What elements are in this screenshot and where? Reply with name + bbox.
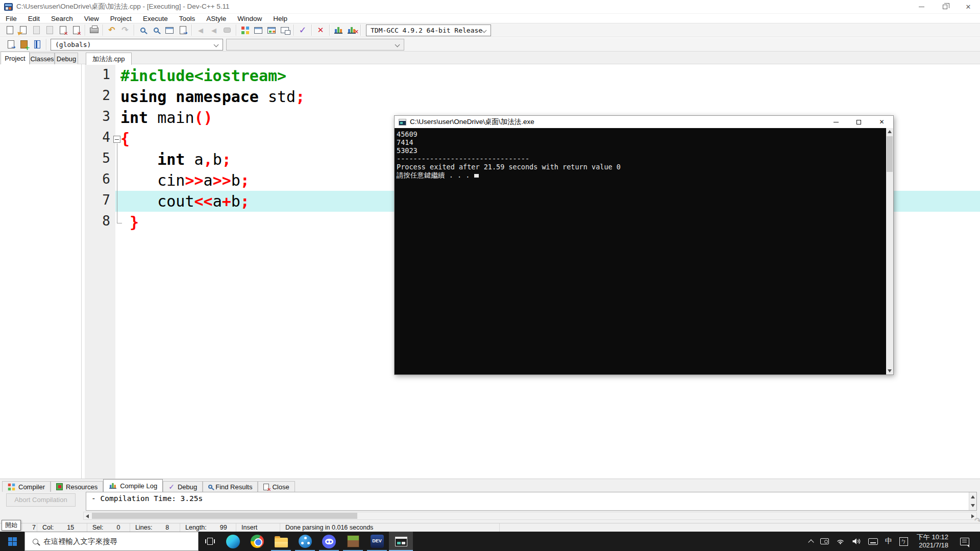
tray-expand-button[interactable]: [805, 532, 817, 551]
menu-item-project[interactable]: Project: [105, 15, 137, 22]
tray-ime-mode[interactable]: 中: [881, 532, 896, 551]
menu-item-file[interactable]: File: [0, 15, 22, 22]
compiler-profile-select[interactable]: TDM-GCC 4.9.2 64-bit Release: [366, 24, 491, 36]
taskbar-app-minecraft[interactable]: [341, 532, 365, 551]
abort-compilation-button[interactable]: Abort Compilation: [6, 493, 76, 507]
taskbar-app-blue-sphere[interactable]: [293, 532, 317, 551]
log-vertical-scrollbar[interactable]: [969, 492, 976, 510]
log-horizontal-scrollbar[interactable]: [83, 512, 977, 520]
goto-line-button[interactable]: [176, 23, 189, 37]
window-button[interactable]: [252, 23, 265, 37]
program-reset-button[interactable]: [220, 23, 234, 37]
minimize-button[interactable]: [910, 0, 933, 13]
menu-item-astyle[interactable]: AStyle: [201, 15, 232, 22]
stop-execution-button[interactable]: [314, 23, 327, 37]
code-line[interactable]: using namespace std;: [115, 86, 980, 107]
replace-button[interactable]: [163, 23, 176, 37]
taskbar-app-edge[interactable]: [221, 532, 245, 551]
console-titlebar[interactable]: C:\Users\user\OneDrive\桌面\加法法.exe ✕: [395, 116, 893, 128]
scroll-down-icon[interactable]: [971, 504, 975, 507]
console-minimize-button[interactable]: [824, 116, 847, 128]
save-button[interactable]: [30, 23, 43, 37]
taskbar-clock[interactable]: 下午 10:12 2021/7/18: [912, 533, 953, 549]
taskbar-app-chrome[interactable]: [245, 532, 269, 551]
profile-button[interactable]: [332, 23, 345, 37]
scroll-right-icon[interactable]: [971, 514, 974, 518]
print-button[interactable]: [87, 23, 101, 37]
taskbar-search[interactable]: [24, 532, 199, 551]
taskbar-app-file-explorer[interactable]: [269, 532, 293, 551]
console-controls: ✕: [824, 116, 893, 128]
tray-ime-keyboard-layout[interactable]: ㄅ: [896, 532, 912, 551]
undo-button[interactable]: [105, 23, 118, 37]
scroll-up-icon[interactable]: [971, 495, 975, 498]
tab-debug-bottom[interactable]: Debug: [163, 481, 203, 492]
app-titlebar[interactable]: C:\Users\user\OneDrive\桌面\加法法.cpp - [Exe…: [0, 0, 980, 14]
tab-project[interactable]: Project: [1, 52, 30, 64]
console-window[interactable]: C:\Users\user\OneDrive\桌面\加法法.exe ✕ 4560…: [394, 115, 894, 375]
tray-cast-button[interactable]: [817, 532, 832, 551]
menu-item-execute[interactable]: Execute: [137, 15, 174, 22]
tab-debug[interactable]: Debug: [55, 53, 78, 64]
tab-classes[interactable]: Classes: [30, 53, 55, 64]
tile-windows-button[interactable]: [278, 23, 291, 37]
start-button[interactable]: [0, 532, 24, 551]
start-tooltip: 開始: [2, 520, 21, 531]
scrollbar-thumb[interactable]: [92, 513, 357, 519]
scroll-up-icon[interactable]: [888, 130, 892, 133]
tray-volume-button[interactable]: [848, 532, 865, 551]
save-all-button[interactable]: [43, 23, 56, 37]
console-output[interactable]: 45609 7414 53023 -----------------------…: [395, 128, 893, 374]
menu-item-window[interactable]: Window: [232, 15, 267, 22]
globals-select[interactable]: (globals): [51, 39, 223, 51]
tab-resources[interactable]: Resources: [51, 481, 103, 492]
scroll-down-icon[interactable]: [888, 369, 892, 372]
find-in-files-button[interactable]: [150, 23, 163, 37]
tab-compiler[interactable]: Compiler: [2, 481, 51, 492]
goto-bookmark-button[interactable]: [31, 38, 44, 51]
restore-button[interactable]: [933, 0, 957, 13]
menu-item-view[interactable]: View: [79, 15, 105, 22]
close-all-button[interactable]: [69, 23, 83, 37]
nav-back-button[interactable]: [194, 23, 207, 37]
menu-item-help[interactable]: Help: [267, 15, 293, 22]
project-panel[interactable]: [0, 64, 82, 479]
tray-wifi-button[interactable]: [832, 532, 848, 551]
find-button[interactable]: [136, 23, 150, 37]
console-maximize-button[interactable]: [847, 116, 870, 128]
taskbar-app-console[interactable]: [389, 532, 413, 551]
task-view-button[interactable]: [199, 532, 221, 551]
close-button[interactable]: ✕: [957, 0, 980, 13]
taskbar-app-discord[interactable]: [317, 532, 341, 551]
new-file-button[interactable]: [3, 23, 16, 37]
editor-tab[interactable]: 加法法.cpp: [86, 53, 132, 65]
new-project-button[interactable]: [238, 23, 252, 37]
project-options-button[interactable]: [265, 23, 278, 37]
open-file-button[interactable]: [16, 23, 30, 37]
taskbar-app-devcpp[interactable]: [365, 532, 389, 551]
nav-forward-button[interactable]: [207, 23, 220, 37]
tray-touch-keyboard-button[interactable]: [865, 532, 881, 551]
search-input[interactable]: [43, 537, 198, 545]
goto-declaration-button[interactable]: [4, 38, 17, 51]
compile-log-area[interactable]: - Compilation Time: 3.25s: [86, 492, 977, 511]
redo-button[interactable]: [118, 23, 132, 37]
code-line[interactable]: #include<iostream>: [115, 65, 980, 86]
notification-center-button[interactable]: [953, 532, 980, 551]
menu-item-tools[interactable]: Tools: [174, 15, 201, 22]
code-fold-toggle[interactable]: [113, 136, 120, 143]
tab-compile-log[interactable]: Compile Log: [103, 479, 163, 492]
console-close-button[interactable]: ✕: [870, 116, 893, 128]
compile-button[interactable]: [296, 23, 309, 37]
scrollbar-thumb[interactable]: [887, 136, 893, 172]
delete-profiling-button[interactable]: ✕: [345, 23, 358, 37]
menu-item-search[interactable]: Search: [45, 15, 79, 22]
console-scrollbar[interactable]: [886, 128, 893, 374]
menu-item-edit[interactable]: Edit: [22, 15, 45, 22]
scroll-left-icon[interactable]: [86, 514, 89, 518]
tab-close[interactable]: Close: [258, 481, 295, 492]
members-select[interactable]: [226, 39, 404, 51]
add-bookmark-button[interactable]: [17, 38, 31, 51]
close-file-button[interactable]: [56, 23, 69, 37]
tab-find-results[interactable]: Find Results: [203, 481, 258, 492]
